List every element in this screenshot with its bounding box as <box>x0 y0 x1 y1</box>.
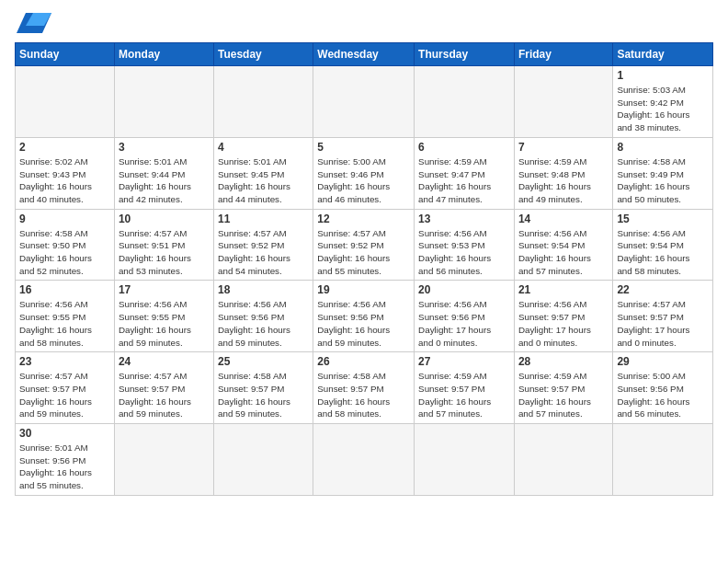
calendar-day-cell: 6Sunrise: 4:59 AM Sunset: 9:47 PM Daylig… <box>415 137 515 209</box>
calendar-day-cell <box>613 424 713 496</box>
calendar-day-cell <box>213 424 313 496</box>
header-day: Friday <box>514 43 612 66</box>
day-number: 24 <box>119 355 210 368</box>
header-day: Thursday <box>415 43 515 66</box>
day-number: 26 <box>317 355 410 368</box>
day-number: 10 <box>119 213 210 225</box>
calendar-day-cell: 11Sunrise: 4:57 AM Sunset: 9:52 PM Dayli… <box>213 209 313 281</box>
day-info: Sunrise: 4:56 AM Sunset: 9:56 PM Dayligh… <box>218 298 309 349</box>
day-number: 18 <box>218 283 309 296</box>
day-info: Sunrise: 4:57 AM Sunset: 9:52 PM Dayligh… <box>218 227 309 278</box>
day-number: 3 <box>119 141 210 154</box>
day-number: 17 <box>119 283 210 296</box>
calendar-day-cell: 20Sunrise: 4:56 AM Sunset: 9:56 PM Dayli… <box>415 281 515 352</box>
calendar-day-cell <box>114 66 213 138</box>
day-info: Sunrise: 4:57 AM Sunset: 9:57 PM Dayligh… <box>19 370 110 420</box>
calendar-day-cell: 7Sunrise: 4:59 AM Sunset: 9:48 PM Daylig… <box>514 137 612 209</box>
day-info: Sunrise: 4:56 AM Sunset: 9:53 PM Dayligh… <box>418 227 510 278</box>
calendar-day-cell <box>514 66 612 138</box>
calendar-day-cell: 30Sunrise: 5:01 AM Sunset: 9:56 PM Dayli… <box>16 424 115 496</box>
calendar-week-row: 23Sunrise: 4:57 AM Sunset: 9:57 PM Dayli… <box>16 352 713 424</box>
calendar-day-cell <box>514 424 612 496</box>
calendar-day-cell: 8Sunrise: 4:58 AM Sunset: 9:49 PM Daylig… <box>613 137 713 209</box>
day-number: 6 <box>418 141 510 154</box>
day-info: Sunrise: 4:57 AM Sunset: 9:52 PM Dayligh… <box>317 227 410 278</box>
calendar-day-cell: 27Sunrise: 4:59 AM Sunset: 9:57 PM Dayli… <box>415 352 515 424</box>
day-info: Sunrise: 4:56 AM Sunset: 9:55 PM Dayligh… <box>119 298 210 349</box>
calendar-week-row: 30Sunrise: 5:01 AM Sunset: 9:56 PM Dayli… <box>16 424 713 496</box>
calendar-week-row: 16Sunrise: 4:56 AM Sunset: 9:55 PM Dayli… <box>16 281 713 352</box>
calendar-day-cell: 1Sunrise: 5:03 AM Sunset: 9:42 PM Daylig… <box>613 66 713 138</box>
day-number: 1 <box>617 69 709 82</box>
calendar-day-cell <box>313 66 415 138</box>
day-number: 20 <box>418 283 510 296</box>
day-info: Sunrise: 4:56 AM Sunset: 9:54 PM Dayligh… <box>617 227 709 278</box>
calendar-header: SundayMondayTuesdayWednesdayThursdayFrid… <box>16 43 713 66</box>
day-number: 28 <box>518 355 609 368</box>
day-number: 29 <box>617 355 709 368</box>
calendar-day-cell: 21Sunrise: 4:56 AM Sunset: 9:57 PM Dayli… <box>514 281 612 352</box>
day-number: 25 <box>218 355 309 368</box>
calendar-day-cell: 14Sunrise: 4:56 AM Sunset: 9:54 PM Dayli… <box>514 209 612 281</box>
day-info: Sunrise: 5:02 AM Sunset: 9:43 PM Dayligh… <box>19 155 110 206</box>
day-number: 30 <box>19 427 110 440</box>
day-info: Sunrise: 4:58 AM Sunset: 9:50 PM Dayligh… <box>19 227 110 278</box>
day-number: 15 <box>617 213 709 225</box>
day-info: Sunrise: 4:58 AM Sunset: 9:57 PM Dayligh… <box>317 370 410 420</box>
calendar-day-cell <box>415 66 515 138</box>
calendar-day-cell: 22Sunrise: 4:57 AM Sunset: 9:57 PM Dayli… <box>613 281 713 352</box>
day-info: Sunrise: 5:01 AM Sunset: 9:44 PM Dayligh… <box>119 155 210 206</box>
day-number: 19 <box>317 283 410 296</box>
day-info: Sunrise: 5:00 AM Sunset: 9:46 PM Dayligh… <box>317 155 410 206</box>
calendar-day-cell <box>16 66 115 138</box>
day-info: Sunrise: 4:58 AM Sunset: 9:49 PM Dayligh… <box>617 155 709 206</box>
calendar-week-row: 9Sunrise: 4:58 AM Sunset: 9:50 PM Daylig… <box>16 209 713 281</box>
header-day: Saturday <box>613 43 713 66</box>
calendar-day-cell: 26Sunrise: 4:58 AM Sunset: 9:57 PM Dayli… <box>313 352 415 424</box>
header-day: Tuesday <box>213 43 313 66</box>
page-header <box>15 15 713 33</box>
day-number: 5 <box>317 141 410 154</box>
logo-icon <box>17 13 51 33</box>
day-info: Sunrise: 4:57 AM Sunset: 9:57 PM Dayligh… <box>617 298 709 349</box>
day-number: 16 <box>19 283 110 296</box>
day-info: Sunrise: 4:59 AM Sunset: 9:47 PM Dayligh… <box>418 155 510 206</box>
calendar-day-cell: 3Sunrise: 5:01 AM Sunset: 9:44 PM Daylig… <box>114 137 213 209</box>
day-number: 12 <box>317 213 410 225</box>
day-info: Sunrise: 4:56 AM Sunset: 9:55 PM Dayligh… <box>19 298 110 349</box>
day-info: Sunrise: 4:58 AM Sunset: 9:57 PM Dayligh… <box>218 370 309 420</box>
day-number: 9 <box>19 213 110 225</box>
header-row: SundayMondayTuesdayWednesdayThursdayFrid… <box>16 43 713 66</box>
day-info: Sunrise: 5:00 AM Sunset: 9:56 PM Dayligh… <box>617 370 709 420</box>
logo <box>15 15 51 33</box>
day-info: Sunrise: 4:59 AM Sunset: 9:57 PM Dayligh… <box>518 370 609 420</box>
day-number: 22 <box>617 283 709 296</box>
calendar-day-cell: 15Sunrise: 4:56 AM Sunset: 9:54 PM Dayli… <box>613 209 713 281</box>
day-number: 27 <box>418 355 510 368</box>
calendar-day-cell: 17Sunrise: 4:56 AM Sunset: 9:55 PM Dayli… <box>114 281 213 352</box>
day-number: 4 <box>218 141 309 154</box>
day-info: Sunrise: 4:59 AM Sunset: 9:48 PM Dayligh… <box>518 155 609 206</box>
day-number: 14 <box>518 213 609 225</box>
day-number: 7 <box>518 141 609 154</box>
calendar-day-cell: 24Sunrise: 4:57 AM Sunset: 9:57 PM Dayli… <box>114 352 213 424</box>
calendar-day-cell <box>415 424 515 496</box>
day-number: 13 <box>418 213 510 225</box>
day-number: 23 <box>19 355 110 368</box>
day-info: Sunrise: 4:56 AM Sunset: 9:56 PM Dayligh… <box>418 298 510 349</box>
day-info: Sunrise: 4:56 AM Sunset: 9:57 PM Dayligh… <box>518 298 609 349</box>
calendar-day-cell <box>114 424 213 496</box>
calendar-week-row: 1Sunrise: 5:03 AM Sunset: 9:42 PM Daylig… <box>16 66 713 138</box>
day-number: 2 <box>19 141 110 154</box>
calendar-body: 1Sunrise: 5:03 AM Sunset: 9:42 PM Daylig… <box>16 66 713 496</box>
day-number: 8 <box>617 141 709 154</box>
calendar-day-cell: 28Sunrise: 4:59 AM Sunset: 9:57 PM Dayli… <box>514 352 612 424</box>
calendar-day-cell: 9Sunrise: 4:58 AM Sunset: 9:50 PM Daylig… <box>16 209 115 281</box>
day-info: Sunrise: 4:57 AM Sunset: 9:57 PM Dayligh… <box>119 370 210 420</box>
day-number: 21 <box>518 283 609 296</box>
calendar-day-cell: 10Sunrise: 4:57 AM Sunset: 9:51 PM Dayli… <box>114 209 213 281</box>
day-number: 11 <box>218 213 309 225</box>
day-info: Sunrise: 4:56 AM Sunset: 9:54 PM Dayligh… <box>518 227 609 278</box>
header-day: Wednesday <box>313 43 415 66</box>
day-info: Sunrise: 5:03 AM Sunset: 9:42 PM Dayligh… <box>617 84 709 134</box>
